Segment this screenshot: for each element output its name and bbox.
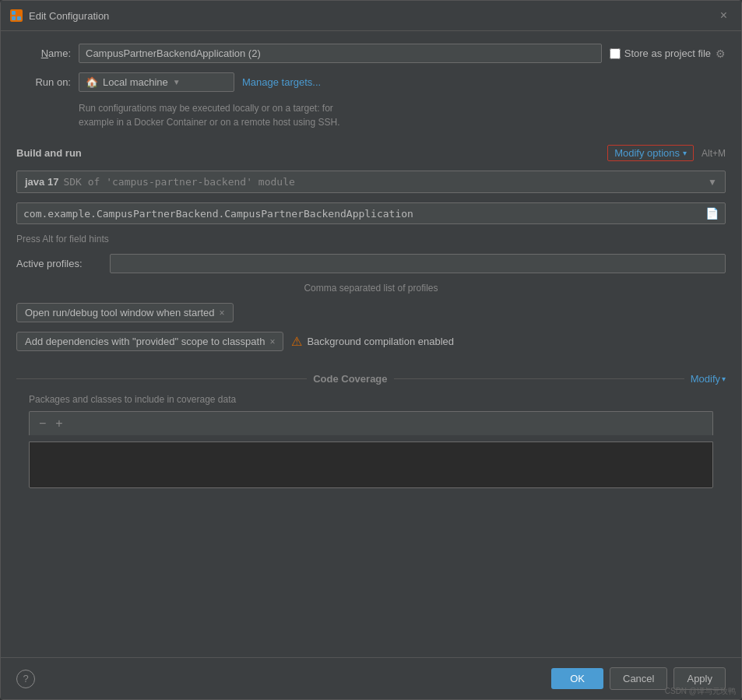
packages-label: Packages and classes to include in cover… [29,394,713,405]
machine-label: Local machine [103,76,168,88]
profiles-hint: Comma separated list of profiles [16,283,726,294]
class-input-row: 📄 [16,202,726,224]
dialog-content: Name: Store as project file ⚙ Run on: 🏠 … [1,31,741,657]
field-hint: Press Alt for field hints [16,234,726,244]
divider-right [394,378,684,379]
profiles-label: Active profiles: [16,258,102,269]
code-coverage-title: Code Coverage [313,373,387,385]
name-input[interactable] [79,44,602,63]
background-compilation-label: Background compilation enabled [307,336,454,347]
gear-icon[interactable]: ⚙ [716,47,726,60]
build-run-title: Build and run [16,147,82,159]
divider-left [16,378,307,379]
code-coverage-area: Code Coverage Modify ▾ [16,373,726,385]
svg-rect-0 [12,11,16,15]
packages-list [29,441,713,488]
modify-shortcut: Alt+M [702,148,726,159]
profiles-row: Active profiles: [16,254,726,273]
browse-icon[interactable]: 📄 [705,207,719,220]
name-label: Name: [16,47,71,59]
sdk-description: SDK of 'campus-partner-backend' module [63,176,294,188]
svg-rect-3 [17,16,21,20]
modify-options-area: Modify options ▾ Alt+M [607,145,726,161]
manage-targets-link[interactable]: Manage targets... [242,76,321,88]
edit-configuration-dialog: Edit Configuration × Name: Store as proj… [0,0,742,700]
cancel-button[interactable]: Cancel [610,667,667,690]
sdk-version: java 17 [25,176,58,188]
packages-section: Packages and classes to include in cover… [16,394,726,488]
store-project-row: Store as project file ⚙ [610,47,726,60]
tag-add-dependencies-close-icon[interactable]: × [269,337,275,346]
dropdown-arrow-icon: ▼ [173,78,181,86]
run-on-label: Run on: [16,76,71,88]
code-coverage-modify-link[interactable]: Modify ▾ [691,373,726,385]
run-on-row: Run on: 🏠 Local machine ▼ Manage targets… [16,72,726,92]
title-bar: Edit Configuration × [1,1,741,31]
background-compilation: ⚠ Background compilation enabled [291,334,454,349]
add-package-button[interactable]: + [52,415,65,432]
tags-row-2: Add dependencies with "provided" scope t… [16,332,726,351]
sdk-dropdown[interactable]: java 17 SDK of 'campus-partner-backend' … [16,171,726,193]
run-on-hint: Run configurations may be executed local… [79,101,726,129]
close-button[interactable]: × [716,7,732,24]
store-project-label[interactable]: Store as project file [610,47,711,59]
modify-chevron-icon: ▾ [722,375,726,383]
tag-add-dependencies-label: Add dependencies with "provided" scope t… [25,336,265,347]
name-underline-char: N [41,47,48,59]
build-run-header: Build and run Modify options ▾ Alt+M [16,145,726,161]
modify-options-chevron-icon: ▾ [683,149,687,157]
tag-open-run-debug-label: Open run/debug tool window when started [25,307,215,318]
tags-row: Open run/debug tool window when started … [16,303,726,322]
tag-open-run-debug: Open run/debug tool window when started … [16,303,234,322]
help-button[interactable]: ? [16,670,35,688]
store-project-checkbox[interactable] [610,48,621,59]
name-row: Name: Store as project file ⚙ [16,44,726,63]
run-on-dropdown[interactable]: 🏠 Local machine ▼ [79,72,234,92]
code-coverage-header: Code Coverage Modify ▾ [16,373,726,385]
home-icon: 🏠 [86,76,98,88]
tag-add-dependencies: Add dependencies with "provided" scope t… [16,332,283,351]
modify-options-button[interactable]: Modify options ▾ [607,145,694,161]
watermark: CSDN @译与元玫鸭 [665,686,736,697]
app-icon [10,9,23,22]
main-class-input[interactable] [23,208,701,220]
profiles-input[interactable] [110,254,726,273]
dialog-title: Edit Configuration [29,10,709,22]
sdk-dropdown-arrow-icon: ▼ [708,177,717,188]
svg-rect-1 [17,11,21,15]
remove-package-button[interactable]: − [36,415,49,432]
svg-rect-2 [12,16,16,20]
tag-open-run-debug-close-icon[interactable]: × [220,308,225,318]
warning-icon: ⚠ [291,334,302,349]
bottom-bar: ? OK Cancel Apply [1,657,741,699]
ok-button[interactable]: OK [551,668,603,689]
packages-toolbar: − + [29,411,713,435]
